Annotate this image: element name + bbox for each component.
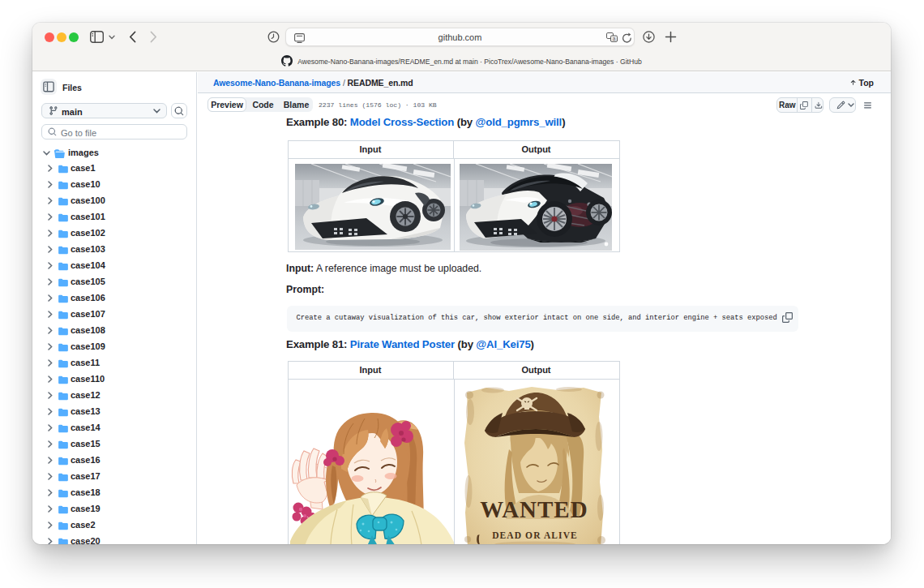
svg-text:a: a [613,36,616,41]
svg-text:WANTED: WANTED [480,496,588,522]
svg-text:DEAD OR ALIVE: DEAD OR ALIVE [492,530,578,540]
